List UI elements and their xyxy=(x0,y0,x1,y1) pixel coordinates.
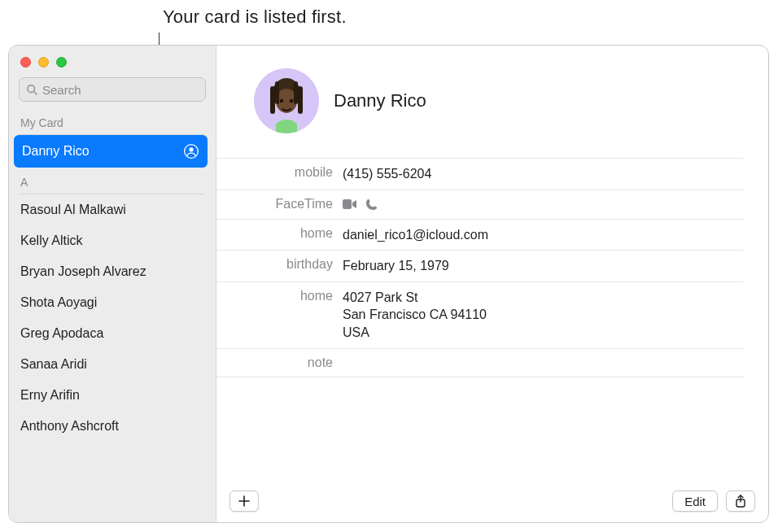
sidebar-item-my-card[interactable]: Danny Rico xyxy=(14,135,208,168)
sidebar-item-label: Danny Rico xyxy=(22,144,90,159)
field-label: birthday xyxy=(216,257,343,272)
bottom-toolbar: Edit xyxy=(216,480,768,522)
avatar[interactable] xyxy=(254,68,319,133)
share-button[interactable] xyxy=(726,491,755,512)
field-value: (415) 555-6204 xyxy=(343,165,744,183)
detail-header: Danny Rico xyxy=(216,46,768,158)
sidebar-item-label: Bryan Joseph Alvarez xyxy=(20,264,146,279)
field-label: note xyxy=(216,355,343,370)
field-birthday[interactable]: birthday February 15, 1979 xyxy=(216,250,744,281)
edit-button[interactable]: Edit xyxy=(672,491,718,512)
section-label-my-card: My Card xyxy=(9,108,212,133)
my-card-icon xyxy=(183,143,199,159)
search-field[interactable] xyxy=(19,77,206,102)
list-item[interactable]: Rasoul Al Malkawi xyxy=(9,194,212,225)
svg-point-12 xyxy=(290,99,293,102)
field-label: mobile xyxy=(216,165,343,180)
close-button[interactable] xyxy=(20,57,31,68)
sidebar: My Card Danny Rico A Rasoul Al Malkawi K… xyxy=(9,46,216,522)
svg-line-1 xyxy=(34,92,37,95)
plus-icon xyxy=(238,495,250,507)
field-value: 4027 Park St San Francisco CA 94110 USA xyxy=(343,289,744,342)
svg-point-11 xyxy=(280,99,283,102)
contact-list[interactable]: My Card Danny Rico A Rasoul Al Malkawi K… xyxy=(9,108,216,522)
right-button-group: Edit xyxy=(672,491,755,512)
sidebar-item-label: Anthony Ashcroft xyxy=(20,419,119,434)
field-value: February 15, 1979 xyxy=(343,257,744,275)
field-label: home xyxy=(216,226,343,241)
list-item[interactable]: Kelly Altick xyxy=(9,225,212,256)
contacts-window: My Card Danny Rico A Rasoul Al Malkawi K… xyxy=(8,45,769,523)
add-contact-button[interactable] xyxy=(229,491,259,512)
field-mobile[interactable]: mobile (415) 555-6204 xyxy=(216,158,744,190)
section-label-a: A xyxy=(9,168,212,192)
fullscreen-button[interactable] xyxy=(56,57,67,68)
search-input[interactable] xyxy=(42,83,199,97)
field-value: daniel_rico1@icloud.com xyxy=(343,226,744,244)
share-icon xyxy=(735,495,746,508)
svg-point-3 xyxy=(189,147,193,151)
minimize-button[interactable] xyxy=(38,57,49,68)
field-email[interactable]: home daniel_rico1@icloud.com xyxy=(216,219,744,251)
annotation-callout: Your card is listed first. xyxy=(163,7,347,28)
list-item[interactable]: Sanaa Aridi xyxy=(9,349,212,380)
svg-rect-8 xyxy=(298,86,303,114)
field-label: home xyxy=(216,289,343,303)
sidebar-item-label: Kelly Altick xyxy=(20,233,82,248)
field-address[interactable]: home 4027 Park St San Francisco CA 94110… xyxy=(216,281,744,348)
sidebar-item-label: Erny Arifin xyxy=(20,388,80,403)
memoji-avatar-icon xyxy=(254,68,319,133)
field-label: FaceTime xyxy=(216,197,343,211)
field-facetime[interactable]: FaceTime xyxy=(216,190,744,219)
sidebar-item-label: Rasoul Al Malkawi xyxy=(20,203,126,217)
sidebar-item-label: Sanaa Aridi xyxy=(20,357,87,372)
facetime-audio-icon[interactable] xyxy=(365,198,378,211)
list-item[interactable]: Greg Apodaca xyxy=(9,318,212,349)
list-item[interactable]: Bryan Joseph Alvarez xyxy=(9,256,212,287)
contact-detail: Danny Rico mobile (415) 555-6204 FaceTim… xyxy=(216,46,768,522)
svg-rect-10 xyxy=(294,81,298,104)
list-item[interactable]: Shota Aoyagi xyxy=(9,287,212,318)
facetime-buttons xyxy=(343,197,378,211)
list-item[interactable]: Anthony Ashcroft xyxy=(9,411,212,442)
list-item[interactable]: Erny Arifin xyxy=(9,380,212,411)
field-note[interactable]: note xyxy=(216,348,744,377)
sidebar-item-label: Shota Aoyagi xyxy=(20,295,97,310)
contact-name: Danny Rico xyxy=(334,90,426,111)
svg-rect-7 xyxy=(270,86,275,114)
search-wrap xyxy=(9,77,216,108)
search-icon xyxy=(26,84,37,95)
svg-rect-13 xyxy=(343,199,352,209)
facetime-video-icon[interactable] xyxy=(343,198,357,210)
window-controls xyxy=(9,54,216,77)
sidebar-item-label: Greg Apodaca xyxy=(20,326,103,341)
svg-rect-9 xyxy=(275,81,279,104)
contact-fields: mobile (415) 555-6204 FaceTime home dan xyxy=(216,158,768,377)
